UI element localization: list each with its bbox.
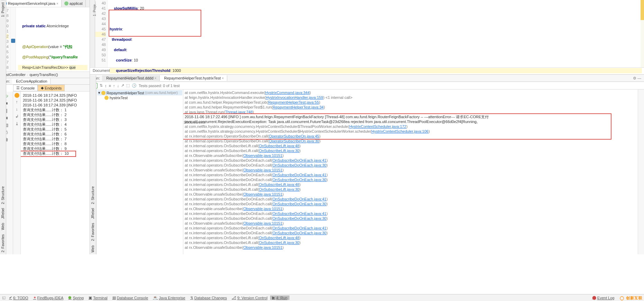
bookmark-icon[interactable] — [11, 39, 15, 43]
stack-line: at com.wu.fund.helper.RepaymentHelperTes… — [185, 100, 638, 105]
stack-link[interactable]: OnSubscribeDoOnEach.java:30 — [273, 216, 326, 220]
java-enterprise-tab[interactable]: ☕ Java Enterprise — [151, 295, 187, 300]
favorite-icon[interactable] — [15, 93, 19, 98]
web-tab[interactable]: Web — [1, 221, 5, 232]
up-button[interactable]: ↑ — [14, 99, 20, 105]
stack-link[interactable]: OnSubscribeDoOnEach.java:30 — [273, 163, 326, 167]
stack-link[interactable]: OnSubscribeDoOnEach.java:41 — [273, 197, 326, 201]
jrebel-tab[interactable]: JRebel — [1, 206, 5, 221]
stack-link[interactable]: OnSubscribeLift.java:48 — [259, 236, 300, 240]
stack-link[interactable]: OnSubscribeDoOnEach.java:30 — [273, 231, 326, 235]
test-tree[interactable]: ▾RepaymentHelperTest (com.wu.fund.helper… — [97, 90, 183, 254]
stack-line: at rx.internal.operators.OnSubscribeLift… — [185, 235, 638, 240]
database-console-tab[interactable]: ▤ Database Console — [110, 295, 150, 300]
stack-line: at rx.internal.operators.OnSubscribeLift… — [185, 187, 638, 192]
test-progress-icon — [101, 91, 105, 95]
stack-line: at rx.internal.operators.OnSubscribeDoOn… — [185, 201, 638, 206]
stack-link[interactable]: OnSubscribeLift.java:48 — [259, 144, 300, 148]
stack-link[interactable]: OnSubscribeDoOnEach.java:30 — [273, 202, 326, 206]
test-tree-item[interactable]: hystrixTest — [98, 95, 182, 100]
stack-line: at rx.Observable.unsafeSubscribe(Observa… — [185, 206, 638, 211]
web-tab-2[interactable]: Web — [91, 243, 95, 254]
watermark-logo: ◯ 创新互联 — [620, 295, 643, 301]
stack-link[interactable]: Observable.java:10151 — [243, 207, 282, 211]
findbugs-tab[interactable]: ✶FindBugs-IDEA — [31, 295, 66, 300]
close-icon[interactable]: × — [56, 2, 58, 6]
run-config-tab[interactable]: EcCoreApplication — [12, 78, 50, 84]
stack-line: at rx.internal.operators.OnSubscribeDoOn… — [185, 197, 638, 201]
stack-line: at rx.Observable.unsafeSubscribe(Observa… — [185, 153, 638, 158]
structure-tab[interactable]: 2: Structure — [1, 184, 5, 206]
scroll-button[interactable]: ⤓ — [14, 121, 20, 127]
stack-link[interactable]: OnSubscribeDoOnEach.java:30 — [273, 178, 326, 182]
spring-tab[interactable]: ⬢Spring — [66, 295, 86, 300]
stack-line: at rx.internal.operators.OnSubscribeDoOn… — [185, 211, 638, 216]
version-control-tab[interactable]: ⎇ 9: Version Control — [230, 295, 269, 300]
event-log-tab[interactable]: ⬤Event Log — [590, 295, 617, 300]
stack-link[interactable]: Observable.java:10151 — [243, 153, 282, 158]
stack-link[interactable]: OnSubscribeDoOnEach.java:41 — [273, 211, 326, 216]
stack-line: at rx.internal.operators.OnSubscribeDoOn… — [185, 158, 638, 163]
stack-link[interactable]: Observable.java:10151 — [243, 245, 282, 250]
todo-tab[interactable]: ✔ 6: TODO — [7, 295, 30, 300]
stack-line: at rx.internal.operators.OnSubscribeLift… — [185, 148, 638, 153]
left-run-toolbar2: ↑ ↓ ↲ ⤓ — [13, 92, 21, 254]
left-code-editor[interactable]: 373839404142434445464748 private static … — [0, 7, 90, 72]
right-code-editor[interactable]: slowSqlMillis: 20 hystrix: threadpool: d… — [108, 0, 644, 67]
right-gutter: 404142434445464748495051 — [95, 0, 108, 67]
toggle-button[interactable]: ⇅ — [100, 83, 103, 88]
stacktrace-output[interactable]: at com.netflix.hystrix.HystrixCommand.ex… — [183, 90, 638, 254]
left-editor-tabs: RepaymentServiceImpl.java× applicat — [0, 0, 90, 7]
console-tab[interactable]: ☰ Console — [13, 85, 38, 91]
stack-link[interactable]: HystrixCommand.java:344 — [265, 91, 310, 95]
right-project-tab[interactable]: 1: Proje... — [90, 0, 95, 67]
left-console-output[interactable]: 2018-11-06 18:17:24.325 [INFO 2018-11-06… — [21, 92, 90, 254]
left-code-lines[interactable]: private static AtomicIntege @ApiOperatio… — [16, 7, 90, 72]
stack-link[interactable]: OnSubscribeDoOnEach.java:41 — [273, 158, 326, 162]
stack-link[interactable]: OnSubscribeLift.java:30 — [259, 187, 300, 191]
stack-line: at rx.internal.operators.OnSubscribeDoOn… — [185, 172, 638, 177]
test-tree-root[interactable]: ▾RepaymentHelperTest (com.wu.fund.helper… — [98, 90, 182, 95]
tab-application[interactable]: applicat — [62, 0, 86, 7]
pin-column — [638, 90, 644, 254]
stack-line: at rx.internal.operators.OnSubscribeDoOn… — [185, 163, 638, 168]
stack-line: at rx.Observable.unsafeSubscribe(Observa… — [185, 245, 638, 250]
soft-wrap-button[interactable]: ↲ — [14, 113, 20, 120]
stack-link[interactable]: Observable.java:10151 — [243, 192, 282, 196]
status-corner-icon[interactable]: ◱ — [1, 295, 6, 300]
stack-link[interactable]: OnSubscribeDoOnEach.java:41 — [273, 226, 326, 230]
jrebel-tab-2[interactable]: JRebel — [91, 206, 95, 221]
stack-link[interactable]: OnSubscribeLift.java:30 — [259, 241, 300, 245]
stack-link[interactable]: HystrixInvocationHandler.java:159 — [266, 95, 323, 100]
stack-link[interactable]: OnSubscribeLift.java:30 — [259, 149, 300, 153]
stack-link[interactable]: Observable.java:10151 — [243, 221, 282, 225]
stack-line: at rx.internal.operators.OnSubscribeDoOn… — [185, 177, 638, 182]
expand-button[interactable]: ↕ — [105, 84, 107, 88]
stack-line: at rx.internal.operators.OnSubscribeLift… — [185, 182, 638, 187]
highlight-box-stacktrace — [183, 113, 611, 140]
highlight-box-console — [21, 151, 76, 157]
favorites-tab-2[interactable]: 2: Favorites — [91, 221, 95, 243]
stack-link[interactable]: RepaymentHelperTest.java:55 — [268, 100, 319, 104]
terminal-tab[interactable]: ▣ Terminal — [86, 295, 110, 300]
stack-link[interactable]: OnSubscribeDoOnEach.java:41 — [273, 173, 326, 177]
stack-line: at feign.hystrix.HystrixInvocationHandle… — [185, 95, 638, 100]
structure-tab-2[interactable]: 2: Structure — [91, 184, 95, 206]
down-button[interactable]: ↓ — [14, 106, 20, 112]
stack-link[interactable]: RepaymentHelperTest.java:34 — [273, 105, 323, 109]
tab-label: RepaymentServiceImpl.java — [8, 1, 55, 6]
stack-line: at com.wu.fund.helper.RepaymentHelperTes… — [185, 105, 638, 110]
stack-link[interactable]: OnSubscribeLift.java:48 — [259, 182, 300, 187]
run-tab-bottom[interactable]: ▶ 4: Run — [270, 295, 289, 300]
project-tab[interactable]: 1: Project — [1, 0, 5, 19]
overview-ruler[interactable] — [641, 0, 644, 67]
stack-link[interactable]: Observable.java:10151 — [243, 168, 282, 172]
tab-repayment-service[interactable]: RepaymentServiceImpl.java× — [0, 0, 62, 7]
left-gutter-extra — [10, 7, 16, 72]
favorites-tab[interactable]: 2: Favorites — [1, 232, 5, 254]
endpoints-tab[interactable]: ◆ Endpoints — [38, 85, 65, 91]
left-breadcrumb: TestController›queryTransRec() — [0, 72, 90, 78]
highlight-box-yaml — [109, 10, 201, 37]
database-changes-tab[interactable]: ↯ Database Changes — [188, 295, 229, 300]
mid-toolwindow-bar: 2: Structure JRebel 2: Favorites Web — [90, 75, 96, 254]
